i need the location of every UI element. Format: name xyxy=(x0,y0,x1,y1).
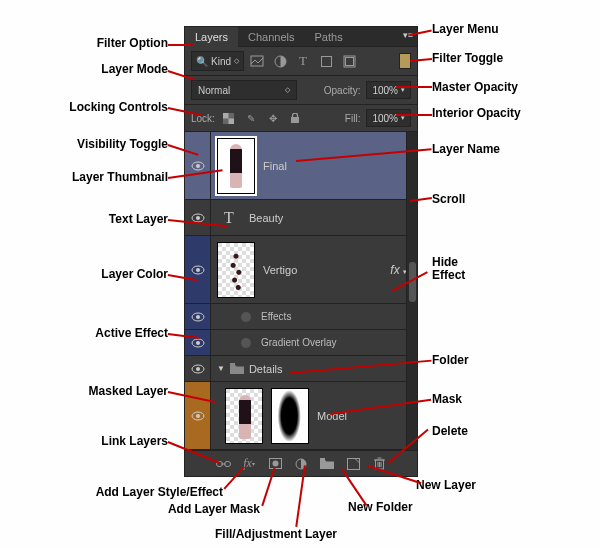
layer-row-vertigo[interactable]: Vertigo fx ▾ xyxy=(185,236,417,304)
fill-label: Fill: xyxy=(345,113,361,124)
callout-folder: Folder xyxy=(432,353,469,367)
svg-rect-0 xyxy=(251,56,263,66)
svg-rect-31 xyxy=(347,458,359,469)
svg-point-10 xyxy=(196,164,200,168)
filter-pixel-icon[interactable] xyxy=(247,51,267,71)
caret-icon: ◇ xyxy=(234,57,239,65)
visibility-toggle[interactable] xyxy=(185,304,211,329)
layer-thumbnail[interactable] xyxy=(225,388,263,444)
fill-input[interactable]: 100% ▾ xyxy=(366,109,411,127)
callout-fill-adj: Fill/Adjustment Layer xyxy=(215,527,337,541)
fill-value: 100% xyxy=(372,113,398,124)
layer-row-beauty[interactable]: T Beauty xyxy=(185,200,417,236)
layer-row-model[interactable]: Model xyxy=(185,382,417,450)
lock-all-icon[interactable] xyxy=(287,110,303,126)
callout-layer-color: Layer Color xyxy=(8,267,168,281)
effect-name: Gradient Overlay xyxy=(211,333,417,352)
callout-layer-mode: Layer Mode xyxy=(8,62,168,76)
filter-type-icon[interactable]: T xyxy=(293,51,313,71)
callout-delete: Delete xyxy=(432,424,468,438)
caret-icon: ◇ xyxy=(285,86,290,94)
layer-body: Model xyxy=(211,384,417,448)
opacity-value: 100% xyxy=(372,85,398,96)
layer-name[interactable]: Vertigo xyxy=(263,264,297,276)
lock-row: Lock: ✎ ✥ Fill: 100% ▾ xyxy=(185,105,417,132)
lock-paint-icon[interactable]: ✎ xyxy=(243,110,259,126)
visibility-toggle[interactable] xyxy=(185,330,211,355)
effect-gradient-overlay[interactable]: Gradient Overlay xyxy=(185,330,417,356)
callout-new-layer: New Layer xyxy=(416,478,476,492)
callout-active-effect: Active Effect xyxy=(8,326,168,340)
add-style-icon[interactable]: fx▾ xyxy=(241,456,258,471)
callout-mask: Mask xyxy=(432,392,462,406)
visibility-toggle[interactable] xyxy=(185,382,211,449)
callout-filter-toggle: Filter Toggle xyxy=(432,51,503,65)
link-layers-icon[interactable] xyxy=(215,456,232,471)
blend-mode-dropdown[interactable]: Normal ◇ xyxy=(191,80,297,100)
fill-adjustment-icon[interactable] xyxy=(293,456,310,471)
visibility-toggle[interactable] xyxy=(185,236,211,303)
layer-thumbnail[interactable] xyxy=(217,242,255,298)
svg-rect-8 xyxy=(291,117,299,123)
lock-position-icon[interactable]: ✥ xyxy=(265,110,281,126)
filter-adjust-icon[interactable] xyxy=(270,51,290,71)
filter-smart-icon[interactable] xyxy=(339,51,359,71)
layer-name[interactable]: Final xyxy=(263,160,287,172)
visibility-toggle[interactable] xyxy=(185,132,211,199)
lock-transparency-icon[interactable] xyxy=(221,110,237,126)
twirl-down-icon[interactable]: ▼ xyxy=(217,364,225,373)
visibility-toggle[interactable] xyxy=(185,200,211,235)
callout-hide-effect: Hide Effect xyxy=(432,256,465,282)
svg-rect-2 xyxy=(321,56,331,66)
layer-body: Vertigo fx ▾ xyxy=(211,238,417,302)
filter-shape-icon[interactable] xyxy=(316,51,336,71)
callout-interior-opacity: Interior Opacity xyxy=(432,106,521,120)
callout-add-style: Add Layer Style/Effect xyxy=(8,485,223,499)
filter-kind-label: Kind xyxy=(211,56,231,67)
svg-point-16 xyxy=(196,315,200,319)
blend-mode-row: Normal ◇ Opacity: 100% ▾ xyxy=(185,76,417,105)
callout-masked-layer: Masked Layer xyxy=(8,384,168,398)
callout-layer-name: Layer Name xyxy=(432,142,500,156)
layer-row-details[interactable]: ▼ Details xyxy=(185,356,417,382)
callout-link-layers: Link Layers xyxy=(8,434,168,448)
layers-list: Final T Beauty Vertig xyxy=(185,132,417,450)
layer-name[interactable]: Beauty xyxy=(249,212,283,224)
new-folder-icon[interactable] xyxy=(319,456,336,471)
callout-layer-thumbnail: Layer Thumbnail xyxy=(8,170,168,184)
new-layer-icon[interactable] xyxy=(345,456,362,471)
svg-point-23 xyxy=(196,414,200,418)
layer-row-final[interactable]: Final xyxy=(185,132,417,200)
layers-panel: Layers Channels Paths ▾≡ 🔍 Kind ◇ T Norm… xyxy=(184,26,418,477)
layer-name[interactable]: Details xyxy=(249,363,283,375)
folder-icon xyxy=(230,363,244,374)
callout-visibility-toggle: Visibility Toggle xyxy=(8,137,168,151)
tab-channels[interactable]: Channels xyxy=(238,27,304,47)
layers-list-area: Final T Beauty Vertig xyxy=(185,132,417,450)
svg-point-12 xyxy=(196,216,200,220)
callout-text-layer: Text Layer xyxy=(8,212,168,226)
layer-thumbnail[interactable] xyxy=(217,138,255,194)
svg-rect-4 xyxy=(345,57,353,65)
svg-rect-21 xyxy=(230,363,235,366)
tab-paths[interactable]: Paths xyxy=(305,27,353,47)
filter-row: 🔍 Kind ◇ T xyxy=(185,47,417,76)
layer-body: ▼ Details xyxy=(211,359,417,379)
callout-scroll: Scroll xyxy=(432,192,465,206)
panel-tabs: Layers Channels Paths ▾≡ xyxy=(185,27,417,47)
layer-mask-thumbnail[interactable] xyxy=(271,388,309,444)
visibility-toggle[interactable] xyxy=(185,356,211,381)
effects-label: Effects xyxy=(211,307,417,326)
effects-row[interactable]: Effects xyxy=(185,304,417,330)
callout-master-opacity: Master Opacity xyxy=(432,80,518,94)
opacity-input[interactable]: 100% ▾ xyxy=(366,81,411,99)
svg-rect-7 xyxy=(229,118,235,124)
svg-point-14 xyxy=(196,268,200,272)
callout-filter-option: Filter Option xyxy=(8,36,168,50)
callout-locking-controls: Locking Controls xyxy=(8,100,168,114)
layer-body: T Beauty xyxy=(211,202,417,234)
add-mask-icon[interactable] xyxy=(267,456,284,471)
callout-add-mask: Add Layer Mask xyxy=(45,502,260,516)
filter-kind-dropdown[interactable]: 🔍 Kind ◇ xyxy=(191,51,244,71)
svg-rect-30 xyxy=(320,458,325,461)
